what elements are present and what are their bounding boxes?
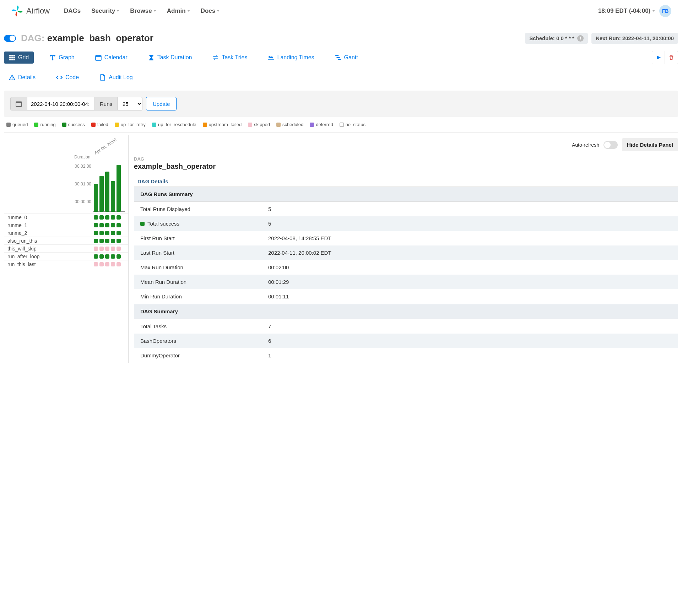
avatar[interactable]: FB — [659, 5, 671, 17]
nav-dags[interactable]: DAGs — [64, 7, 81, 15]
task-instance-cell[interactable] — [105, 231, 109, 235]
tab-graph[interactable]: Graph — [44, 52, 79, 64]
tab-details[interactable]: Details — [4, 71, 40, 83]
dag-header: DAG: example_bash_operator Schedule: 0 0… — [0, 22, 682, 47]
task-instance-cell[interactable] — [94, 262, 98, 266]
task-instance-cell[interactable] — [111, 231, 115, 235]
dag-run-bar[interactable] — [94, 184, 98, 212]
main: Duration Apr 06, 20:00 00:02:00 00:01:00… — [0, 135, 682, 363]
airflow-logo-icon — [11, 5, 23, 17]
task-instance-cell[interactable] — [99, 223, 104, 227]
details-tab-header[interactable]: DAG Details — [134, 176, 678, 187]
task-instance-cell[interactable] — [94, 223, 98, 227]
nav-docs[interactable]: Docs — [201, 7, 220, 15]
brand[interactable]: Airflow — [11, 5, 50, 17]
legend-queued[interactable]: queued — [6, 122, 28, 127]
delete-dag-button[interactable] — [665, 51, 678, 64]
chart-date-label: Apr 06, 20:00 — [93, 137, 118, 156]
calendar-icon[interactable] — [10, 97, 27, 110]
task-instance-cell[interactable] — [105, 254, 109, 259]
calendar-icon — [95, 54, 102, 61]
legend-running[interactable]: running — [34, 122, 55, 127]
legend-up_for_reschedule[interactable]: up_for_reschedule — [152, 122, 196, 127]
legend-skipped[interactable]: skipped — [248, 122, 270, 127]
trigger-dag-button[interactable] — [652, 51, 665, 64]
task-instance-cell[interactable] — [111, 247, 115, 251]
task-instance-cell[interactable] — [111, 215, 115, 220]
state-legend: queuedrunningsuccessfailedup_for_retryup… — [0, 120, 682, 132]
task-instance-cell[interactable] — [105, 247, 109, 251]
tab-grid[interactable]: Grid — [4, 52, 34, 64]
dag-run-bar[interactable] — [117, 165, 121, 212]
task-instance-cell[interactable] — [117, 247, 121, 251]
svg-rect-8 — [13, 59, 15, 60]
task-instance-cell[interactable] — [99, 239, 104, 243]
task-name[interactable]: run_this_last — [4, 261, 94, 267]
task-instance-cell[interactable] — [111, 254, 115, 259]
hide-details-button[interactable]: Hide Details Panel — [622, 138, 678, 151]
task-name[interactable]: run_after_loop — [4, 254, 94, 259]
nav-security[interactable]: Security — [91, 7, 119, 15]
dag-run-bar[interactable] — [111, 181, 115, 212]
dag-run-bar[interactable] — [105, 172, 109, 212]
task-instance-cell[interactable] — [94, 215, 98, 220]
task-instance-cell[interactable] — [99, 254, 104, 259]
dag-pause-toggle[interactable] — [4, 35, 16, 42]
tab-audit-log[interactable]: Audit Log — [94, 71, 138, 83]
tab-task-duration[interactable]: Task Duration — [143, 52, 197, 64]
task-instance-cell[interactable] — [94, 254, 98, 259]
task-instance-cell[interactable] — [99, 215, 104, 220]
tab-calendar[interactable]: Calendar — [90, 52, 132, 64]
num-runs-select[interactable]: 25 — [118, 97, 142, 110]
task-instance-cell[interactable] — [105, 262, 109, 266]
task-instance-cell[interactable] — [105, 223, 109, 227]
y-axis: 00:02:00 00:01:00 00:00:00 — [4, 164, 91, 217]
task-instance-cell[interactable] — [94, 247, 98, 251]
legend-upstream_failed[interactable]: upstream_failed — [203, 122, 242, 127]
auto-refresh-toggle[interactable] — [603, 141, 618, 149]
task-instance-cell[interactable] — [105, 215, 109, 220]
task-instance-cell[interactable] — [117, 223, 121, 227]
legend-up_for_retry[interactable]: up_for_retry — [115, 122, 146, 127]
legend-scheduled[interactable]: scheduled — [276, 122, 303, 127]
task-row: also_run_this — [4, 237, 128, 244]
task-instance-cell[interactable] — [99, 247, 104, 251]
task-instance-cell[interactable] — [117, 262, 121, 266]
legend-no_status[interactable]: no_status — [340, 122, 366, 127]
task-instance-cell[interactable] — [94, 231, 98, 235]
tab-code[interactable]: Code — [51, 71, 84, 83]
details-top-bar: Auto-refresh Hide Details Panel — [134, 135, 678, 156]
task-instance-cell[interactable] — [111, 239, 115, 243]
task-instance-cell[interactable] — [94, 239, 98, 243]
legend-failed[interactable]: failed — [91, 122, 108, 127]
grid-panel: Duration Apr 06, 20:00 00:02:00 00:01:00… — [4, 135, 128, 363]
task-name[interactable]: runme_2 — [4, 230, 94, 236]
tab-task-tries[interactable]: Task Tries — [207, 52, 252, 64]
task-name[interactable]: this_will_skip — [4, 246, 94, 252]
task-name[interactable]: runme_1 — [4, 222, 94, 228]
legend-success[interactable]: success — [62, 122, 85, 127]
dag-run-bar[interactable] — [99, 176, 104, 212]
update-button[interactable]: Update — [146, 97, 177, 110]
svg-rect-5 — [13, 57, 15, 59]
schedule-badge[interactable]: Schedule: 0 0 * * * i — [525, 33, 588, 44]
tab-gantt[interactable]: Gantt — [330, 52, 363, 64]
task-instance-cell[interactable] — [117, 239, 121, 243]
task-instance-cell[interactable] — [105, 239, 109, 243]
base-date-input[interactable] — [27, 97, 95, 110]
task-instance-cell[interactable] — [111, 262, 115, 266]
task-name[interactable]: also_run_this — [4, 238, 94, 244]
legend-deferred[interactable]: deferred — [310, 122, 333, 127]
task-instance-cell[interactable] — [99, 231, 104, 235]
svg-rect-13 — [96, 55, 101, 56]
time-display[interactable]: 18:09 EDT (-04:00) — [598, 7, 655, 15]
task-instance-cell[interactable] — [117, 215, 121, 220]
task-instance-cell[interactable] — [117, 231, 121, 235]
nav-browse[interactable]: Browse — [130, 7, 156, 15]
next-run-badge: Next Run: 2022-04-11, 20:00:00 — [591, 33, 678, 44]
nav-admin[interactable]: Admin — [167, 7, 190, 15]
task-instance-cell[interactable] — [117, 254, 121, 259]
tab-landing-times[interactable]: Landing Times — [263, 52, 319, 64]
task-instance-cell[interactable] — [111, 223, 115, 227]
task-instance-cell[interactable] — [99, 262, 104, 266]
